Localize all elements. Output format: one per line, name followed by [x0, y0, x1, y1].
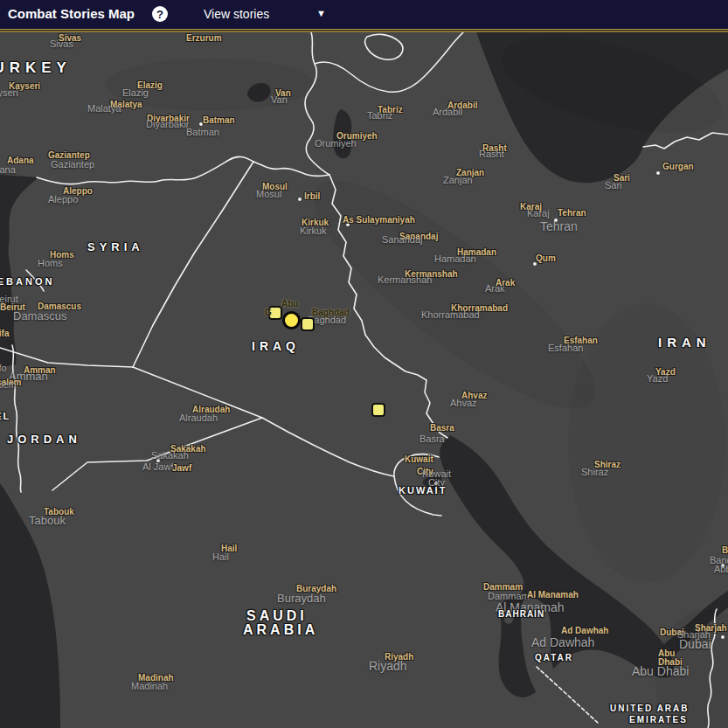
chevron-down-icon[interactable]: ▼ — [316, 8, 326, 18]
border-turkey-syria — [37, 156, 253, 184]
border-turkey-iran — [305, 32, 329, 175]
gold-divider — [0, 29, 728, 32]
combat-stories-app: Combat Stories Map ? View stories ▼ — [0, 0, 728, 728]
page-title: Combat Stories Map — [8, 6, 135, 21]
border-azerbaijan-loop — [365, 34, 403, 59]
story-marker[interactable] — [371, 403, 385, 417]
view-stories-dropdown[interactable]: View stories — [204, 7, 269, 21]
city-dot — [199, 122, 203, 126]
border-syria-jordan — [0, 348, 133, 367]
lake-orumiyeh — [333, 109, 351, 158]
border-syria-iraq — [133, 162, 253, 367]
city-dot — [721, 564, 725, 567]
city-dot — [434, 482, 438, 485]
border-araz-river — [315, 32, 463, 92]
kuwait-bay — [422, 475, 442, 490]
mediterranean-sea — [0, 175, 39, 368]
map-canvas[interactable]: SivasSivasErzurumKayseriKayseriElazigEla… — [0, 32, 728, 728]
city-dot — [156, 459, 160, 462]
city-dot — [533, 262, 537, 266]
border-iraq-saudi — [262, 418, 394, 476]
bahrain-island — [503, 608, 514, 624]
border-jordan-iraq — [133, 367, 262, 418]
story-marker[interactable] — [268, 306, 282, 320]
border-turkey-iraq — [253, 162, 329, 177]
border-jordan-saudi — [52, 418, 262, 490]
basemap-geography — [0, 32, 728, 728]
border-jordan-valley — [12, 345, 21, 492]
story-marker[interactable] — [301, 317, 315, 331]
city-dot — [721, 635, 725, 639]
border-iran-turkmenistan — [643, 133, 728, 149]
help-icon[interactable]: ? — [152, 6, 168, 22]
city-dot — [298, 198, 302, 201]
red-sea — [0, 483, 60, 728]
story-marker[interactable] — [282, 311, 301, 329]
city-dot — [346, 223, 350, 226]
city-dot — [656, 171, 660, 175]
app-header: Combat Stories Map ? View stories ▼ — [0, 0, 728, 29]
city-dot — [554, 218, 558, 222]
border-lebanon-syria — [26, 270, 44, 291]
